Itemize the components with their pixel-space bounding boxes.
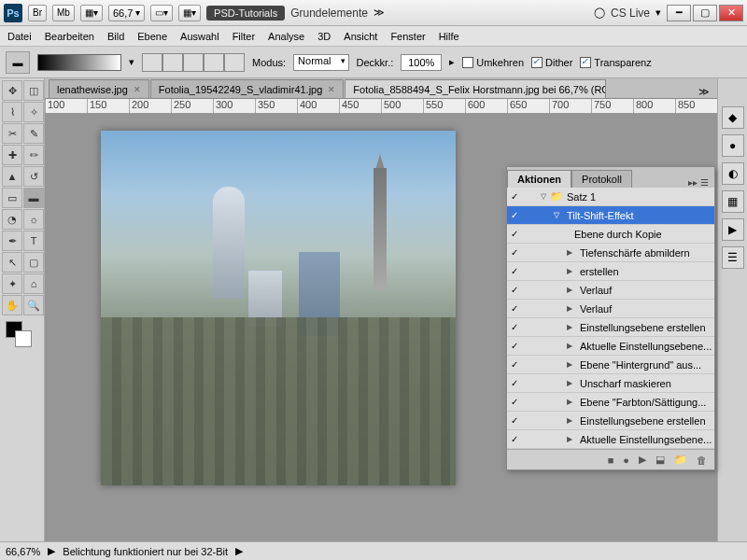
disclosure-icon[interactable]: ▶ [567, 304, 572, 313]
hand-tool[interactable]: ✋ [2, 295, 22, 315]
action-row[interactable]: ✓▶erstellen [507, 262, 714, 281]
mode-select[interactable]: Normal [293, 54, 348, 71]
stop-icon[interactable]: ■ [608, 455, 614, 466]
lasso-tool[interactable]: ⌇ [2, 102, 22, 122]
view-extras-button[interactable]: ▭▾ [150, 5, 173, 21]
menu-3d[interactable]: 3D [317, 31, 331, 42]
new-set-icon[interactable]: ⬓ [655, 454, 665, 466]
wand-tool[interactable]: ✧ [23, 102, 44, 122]
menu-ebene[interactable]: Ebene [137, 31, 167, 42]
menu-hilfe[interactable]: Hilfe [439, 31, 459, 42]
action-row[interactable]: ✓▶Einstellungsebene erstellen [507, 318, 714, 337]
disclosure-icon[interactable]: ▶ [567, 248, 572, 257]
actions-list[interactable]: ✓▽📁Satz 1✓▽Tilt-Shift-Effekt✓Ebene durch… [507, 188, 714, 449]
history-brush-tool[interactable]: ↺ [23, 166, 44, 187]
3d-tool[interactable]: ✦ [2, 273, 22, 294]
action-row[interactable]: ✓▽📁Satz 1 [507, 188, 714, 206]
zoom-tool[interactable]: 🔍 [23, 295, 44, 315]
disclosure-icon[interactable]: ▽ [541, 192, 546, 201]
disclosure-icon[interactable]: ▶ [567, 342, 572, 350]
stamp-tool[interactable]: ▲ [2, 166, 22, 187]
bridge-button[interactable]: Br [28, 5, 47, 21]
menu-datei[interactable]: Datei [7, 31, 32, 42]
marquee-tool[interactable]: ◫ [23, 80, 44, 101]
status-zoom[interactable]: 66,67% [6, 546, 40, 557]
menu-auswahl[interactable]: Auswahl [180, 31, 219, 42]
toggle-checkbox[interactable]: ✓ [507, 303, 522, 314]
disclosure-icon[interactable]: ▶ [567, 398, 572, 406]
toggle-checkbox[interactable]: ✓ [507, 415, 522, 426]
opacity-field[interactable]: 100% [401, 54, 442, 71]
play-icon[interactable]: ▶ [639, 454, 646, 466]
toggle-checkbox[interactable]: ✓ [507, 191, 522, 202]
pen-tool[interactable]: ✒ [2, 231, 22, 251]
close-button[interactable]: ✕ [719, 5, 743, 21]
dither-checkbox[interactable]: Dither [531, 57, 572, 68]
action-row[interactable]: ✓▶Aktuelle Einstellungsebene... [507, 430, 714, 449]
menu-filter[interactable]: Filter [233, 31, 255, 42]
disclosure-icon[interactable]: ▶ [567, 323, 572, 331]
gradient-angle-button[interactable] [183, 53, 204, 72]
doc-tab-0[interactable]: lenathewise.jpg✕ [49, 79, 149, 98]
tabs-overflow-icon[interactable]: ≫ [695, 86, 713, 98]
toggle-checkbox[interactable]: ✓ [507, 210, 522, 220]
action-row[interactable]: ✓Ebene durch Kopie [507, 225, 714, 244]
eraser-tool[interactable]: ▭ [2, 188, 22, 208]
trash-icon[interactable]: 🗑 [697, 455, 707, 466]
minibridge-button[interactable]: Mb [52, 5, 75, 21]
menu-fenster[interactable]: Fenster [390, 31, 425, 42]
swatches-dock-icon[interactable]: ▦ [722, 190, 744, 213]
maximize-button[interactable]: ▢ [693, 5, 717, 21]
layers-dock-icon[interactable]: ◆ [722, 106, 744, 129]
actions-dock-icon[interactable]: ▶ [722, 218, 744, 241]
transparency-checkbox[interactable]: Transparenz [580, 57, 651, 68]
history-dock-icon[interactable]: ☰ [722, 246, 744, 269]
toggle-checkbox[interactable]: ✓ [507, 229, 522, 239]
actions-tab[interactable]: Aktionen [507, 170, 571, 188]
disclosure-icon[interactable]: ▶ [567, 416, 572, 425]
gradient-reflected-button[interactable] [204, 53, 224, 72]
shape-tool[interactable]: ▢ [23, 252, 44, 273]
screen-mode-button[interactable]: ▦▾ [80, 5, 103, 21]
disclosure-icon[interactable]: ▶ [567, 435, 572, 443]
tutorials-chip[interactable]: PSD-Tutorials [206, 6, 285, 21]
disclosure-icon[interactable]: ▶ [567, 286, 572, 294]
disclosure-icon[interactable]: ▶ [567, 379, 572, 387]
type-tool[interactable]: T [23, 231, 44, 251]
close-icon[interactable]: ✕ [134, 85, 141, 94]
move-tool[interactable]: ✥ [2, 80, 22, 101]
menu-ansicht[interactable]: Ansicht [344, 31, 377, 42]
toggle-checkbox[interactable]: ✓ [507, 247, 522, 258]
action-row[interactable]: ✓▶Verlauf [507, 300, 714, 318]
action-row[interactable]: ✓▶Tiefenschärfe abmildern [507, 244, 714, 262]
crop-tool[interactable]: ✂ [2, 123, 22, 144]
toggle-checkbox[interactable]: ✓ [507, 266, 522, 276]
action-row[interactable]: ✓▽Tilt-Shift-Effekt [507, 206, 714, 225]
workspace-more-icon[interactable]: ≫ [374, 7, 385, 19]
disclosure-icon[interactable]: ▶ [567, 360, 572, 369]
toggle-checkbox[interactable]: ✓ [507, 359, 522, 370]
disclosure-icon[interactable]: ▶ [567, 267, 572, 275]
action-row[interactable]: ✓▶Unscharf maskieren [507, 374, 714, 393]
arrange-button[interactable]: ▦▾ [178, 5, 201, 21]
action-row[interactable]: ✓▶Verlauf [507, 281, 714, 300]
toggle-checkbox[interactable]: ✓ [507, 341, 522, 351]
gradient-preview[interactable] [37, 54, 121, 71]
new-action-icon[interactable]: 📁 [674, 454, 687, 466]
background-swatch[interactable] [15, 330, 32, 347]
toggle-checkbox[interactable]: ✓ [507, 434, 522, 444]
reverse-checkbox[interactable]: Umkehren [462, 57, 524, 68]
cslive-label[interactable]: CS Live [611, 7, 650, 20]
cslive-icon[interactable]: ◯ [594, 7, 605, 19]
eyedropper-tool[interactable]: ✎ [23, 123, 44, 144]
doc-tab-1[interactable]: Fotolia_19542249_S_vladimir41.jpg✕ [150, 79, 345, 98]
menu-bearbeiten[interactable]: Bearbeiten [45, 31, 94, 42]
action-row[interactable]: ✓▶Ebene "Farbton/Sättigung... [507, 393, 714, 412]
action-row[interactable]: ✓▶Ebene "Hintergrund" aus... [507, 356, 714, 374]
toggle-checkbox[interactable]: ✓ [507, 378, 522, 388]
path-select-tool[interactable]: ↖ [2, 252, 22, 273]
action-row[interactable]: ✓▶Aktuelle Einstellungsebene... [507, 337, 714, 356]
gradient-tool[interactable]: ▬ [23, 188, 44, 208]
adjust-dock-icon[interactable]: ◐ [722, 162, 744, 185]
heal-tool[interactable]: ✚ [2, 145, 22, 165]
